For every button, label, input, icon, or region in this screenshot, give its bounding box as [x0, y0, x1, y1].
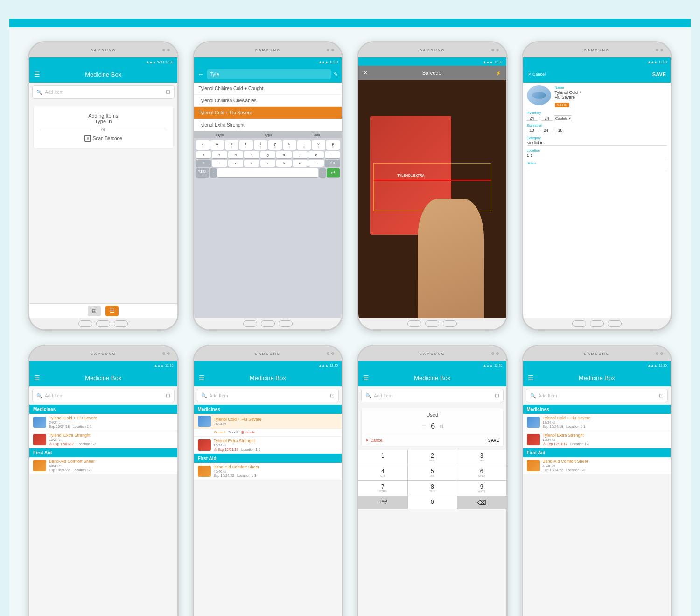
key-123[interactable]: ?123	[196, 168, 209, 177]
key-y[interactable]: y6	[268, 140, 282, 150]
key-e[interactable]: e3	[225, 140, 238, 150]
cancel-button[interactable]: ✕ Cancel	[528, 72, 546, 77]
key-u[interactable]: u7	[283, 140, 296, 150]
nav-home-3[interactable]	[425, 320, 439, 327]
nav-back-2[interactable]	[243, 320, 257, 327]
list-view-btn[interactable]: ☰	[105, 306, 119, 316]
key-o[interactable]: o9	[312, 140, 325, 150]
edit-icon-2[interactable]: ✎	[334, 71, 338, 78]
grid-view-btn[interactable]: ⊞	[88, 306, 101, 316]
numpad-4[interactable]: 4GHI	[358, 465, 407, 480]
suggestion-3[interactable]: Tylenol Extra Strenght	[194, 119, 342, 131]
scan-icon-8[interactable]: ⊡	[659, 392, 664, 399]
menu-icon-7[interactable]: ☰	[363, 374, 369, 382]
save-button[interactable]: SAVE	[652, 71, 666, 77]
key-a[interactable]: a	[196, 151, 211, 158]
menu-icon-6[interactable]: ☰	[199, 374, 205, 382]
numpad-0[interactable]: 0	[408, 496, 457, 509]
back-icon-2[interactable]: ←	[198, 71, 204, 78]
numpad-3[interactable]: 3DEF	[457, 450, 506, 465]
inv-total[interactable]: 24	[542, 116, 552, 121]
key-t[interactable]: t5	[254, 140, 267, 150]
key-l[interactable]: l	[325, 151, 340, 158]
key-backspace[interactable]: ⌫	[325, 160, 340, 167]
med-item-bandaid-6[interactable]: Band-Aid Comfort Sheer 40/40 ct Exp 10/2…	[194, 463, 342, 480]
nav-recent-4[interactable]	[608, 320, 622, 327]
nav-home-4[interactable]	[590, 320, 604, 327]
key-s[interactable]: s	[212, 151, 227, 158]
used-minus-btn[interactable]: −	[421, 421, 427, 431]
edit-action-btn[interactable]: ✎ edit	[228, 430, 238, 434]
menu-icon-5[interactable]: ☰	[34, 374, 40, 382]
nav-home-1[interactable]	[96, 320, 110, 327]
menu-icon-1[interactable]: ☰	[34, 71, 40, 78]
inv-current[interactable]: 24	[527, 116, 537, 121]
med-item-cold-6[interactable]: Tylenol Cold + Flu Severe 24/24 ct	[194, 414, 342, 429]
key-period[interactable]: .	[319, 168, 326, 177]
numpad-special[interactable]: +*#	[358, 496, 407, 509]
key-p[interactable]: p0	[326, 140, 340, 150]
kb-style[interactable]: Style	[216, 133, 224, 137]
key-i[interactable]: i8	[297, 140, 311, 150]
med-item-bandaid-5[interactable]: Band-Aid Comfort Sheer 40/40 ct Exp 10/2…	[29, 457, 177, 474]
key-q[interactable]: q1	[196, 140, 210, 150]
flash-icon[interactable]: ⚡	[496, 71, 501, 76]
key-w[interactable]: w2	[210, 140, 224, 150]
key-shift[interactable]: ⇧	[196, 160, 211, 167]
key-h[interactable]: h	[276, 151, 292, 158]
key-m[interactable]: m	[308, 160, 324, 167]
nav-recent-3[interactable]	[443, 320, 457, 327]
search-input-2[interactable]	[207, 69, 331, 79]
menu-icon-8[interactable]: ☰	[528, 374, 534, 382]
med-item-extra-6[interactable]: Tylenol Extra Strenght 12/24 ct ⚠ Exp 12…	[194, 437, 342, 454]
exp-day[interactable]: 24	[541, 128, 551, 133]
med-item-extra-5[interactable]: Tylenol Extra Strenght 12/24 ct ⚠ Exp 12…	[29, 431, 177, 448]
key-enter[interactable]: ↵	[327, 168, 340, 177]
search-bar-5[interactable]: 🔍 Add Item ⊡	[32, 389, 175, 402]
nav-back-3[interactable]	[407, 320, 421, 327]
nav-home-2[interactable]	[261, 320, 275, 327]
search-bar-1[interactable]: 🔍 Add Item ⊡	[32, 85, 175, 99]
key-f[interactable]: f	[244, 151, 259, 158]
med-item-cold-5[interactable]: Tylenol Cold + Flu Severe 24/24 ct Exp 1…	[29, 414, 177, 431]
numpad-backspace[interactable]: ⌫	[457, 496, 506, 509]
scan-icon-7[interactable]: ⊡	[495, 392, 499, 399]
search-bar-6[interactable]: 🔍 Add Item ⊡	[197, 389, 339, 402]
key-g[interactable]: g	[260, 151, 276, 158]
nav-recent-1[interactable]	[114, 320, 128, 327]
key-v[interactable]: v	[260, 160, 276, 167]
suggestion-0[interactable]: Tylenol Children Cold + Cought	[194, 83, 342, 95]
numpad-9[interactable]: 9WXYZ	[457, 481, 506, 496]
key-j[interactable]: j	[293, 151, 308, 158]
scan-icon-1[interactable]: ⊡	[166, 89, 170, 95]
numpad-6[interactable]: 6MNO	[457, 465, 506, 480]
key-r[interactable]: r4	[239, 140, 253, 150]
key-c[interactable]: c	[244, 160, 259, 167]
med-item-bandaid-8[interactable]: Band-Aid Comfort Sheer 40/40 ct Exp 10/2…	[523, 457, 671, 474]
med-item-cold-8[interactable]: Tylenol Cold + Flu Severe 18/24 ct Exp 1…	[523, 414, 671, 431]
used-cancel-btn[interactable]: ✕ Cancel	[365, 438, 384, 443]
key-comma[interactable]: ,	[210, 168, 217, 177]
delete-action-btn[interactable]: 🗑 delete	[241, 430, 255, 434]
nav-back-4[interactable]	[572, 320, 586, 327]
key-n[interactable]: n	[293, 160, 308, 167]
key-z[interactable]: z	[212, 160, 227, 167]
numpad-7[interactable]: 7PQRS	[358, 481, 407, 496]
exp-month[interactable]: 10	[527, 128, 537, 133]
numpad-8[interactable]: 8TUV	[408, 481, 457, 496]
inv-unit[interactable]: Caplets ▾	[554, 115, 572, 121]
scan-barcode-btn[interactable]: ||| Scan Barcode	[40, 135, 167, 142]
key-x[interactable]: x	[228, 160, 244, 167]
kb-rule[interactable]: Rule	[312, 133, 320, 137]
camera-close-icon[interactable]: ✕	[363, 70, 368, 76]
key-space[interactable]	[217, 168, 319, 177]
key-b[interactable]: b	[276, 160, 292, 167]
scan-icon-5[interactable]: ⊡	[166, 392, 170, 399]
med-item-extra-8[interactable]: Tylenol Extra Strenght 12/24 ct ⚠ Exp 12…	[523, 431, 671, 448]
nav-recent-2[interactable]	[279, 320, 293, 327]
exp-year[interactable]: 18	[555, 128, 566, 133]
numpad-5[interactable]: 5JKL	[408, 465, 457, 480]
key-k[interactable]: k	[308, 151, 324, 158]
suggestion-1[interactable]: Tylenol Children Chewables	[194, 95, 342, 107]
used-action-btn[interactable]: ⊙ used	[214, 430, 225, 434]
